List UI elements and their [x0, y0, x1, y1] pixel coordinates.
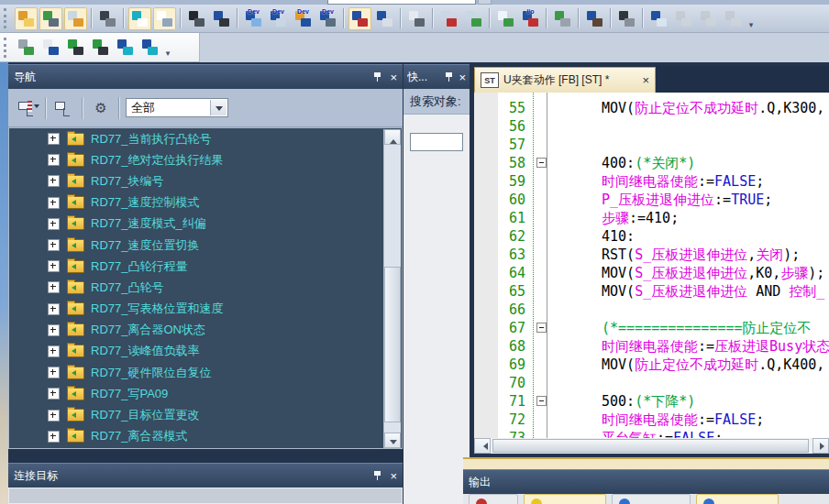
code-line[interactable]: 61步骤:=410; — [474, 209, 829, 227]
ladder-display-icon[interactable] — [128, 7, 151, 30]
code-line[interactable]: 57 — [474, 136, 829, 154]
pin-icon[interactable] — [444, 71, 454, 82]
watch-register-icon[interactable] — [373, 7, 396, 30]
tree-item[interactable]: RD77_绝对定位执行结果 — [9, 149, 402, 170]
code-line[interactable]: 64MOV(S_压板进退伸进位,K0,步骤); — [474, 264, 829, 282]
write-to-plc-icon[interactable] — [39, 7, 62, 30]
toolbar-grip[interactable] — [4, 8, 11, 28]
code-line[interactable]: 68时间继电器使能:=压板进退Busy状态 — [474, 337, 829, 356]
code-line[interactable]: 55MOV(防止定位不成功延时.Q,K300, — [474, 99, 829, 117]
expand-icon[interactable] — [48, 260, 60, 272]
scroll-down-button[interactable] — [384, 433, 401, 448]
device-batch-icon[interactable]: Dev — [316, 7, 339, 30]
code-line[interactable]: 62410: — [474, 227, 829, 246]
scroll-up-button[interactable] — [384, 129, 401, 145]
label-edit-icon[interactable] — [494, 7, 517, 30]
code-line[interactable]: 71500:(*下降*) — [474, 392, 829, 411]
fold-collapse-icon[interactable] — [536, 158, 547, 168]
fold-collapse-icon[interactable] — [536, 323, 547, 333]
find-in-window-icon[interactable] — [210, 7, 233, 30]
code-line[interactable]: 65MOV(S_压板进退伸进位 AND 控制_ — [474, 282, 829, 301]
expand-icon[interactable] — [48, 218, 60, 230]
io-assignment-icon[interactable]: I/o — [519, 7, 542, 30]
close-icon[interactable]: × — [390, 71, 397, 83]
expand-icon[interactable] — [48, 281, 60, 293]
tree-item[interactable]: RD77_离合器模式 — [9, 426, 402, 447]
device-tool-icon[interactable] — [615, 7, 638, 30]
output-filter-messages-button[interactable] — [612, 494, 691, 504]
code-line[interactable]: 67(*===============防止定位不 — [474, 319, 829, 337]
dropdown-arrow-button[interactable] — [210, 100, 227, 115]
code-line[interactable]: 56 — [474, 117, 829, 136]
zoom-window-icon[interactable] — [647, 7, 670, 30]
project-tree-icon[interactable] — [15, 7, 38, 30]
tree-scrollbar[interactable] — [383, 129, 401, 448]
find-previous-icon[interactable] — [64, 36, 87, 59]
code-line[interactable]: 59时间继电器使能:=FALSE; — [474, 172, 829, 191]
code-editor[interactable]: 55MOV(防止定位不成功延时.Q,K300,565758400:(*关闭*)5… — [474, 93, 829, 438]
code-line[interactable]: 60P_压板进退伸进位:=TRUE; — [474, 191, 829, 209]
pin-icon[interactable] — [372, 470, 382, 481]
expand-icon[interactable] — [48, 431, 60, 443]
expand-icon[interactable] — [48, 239, 60, 251]
tree-item[interactable]: RD77_写PA09 — [9, 383, 402, 404]
module-diagnostics-icon[interactable] — [551, 7, 574, 30]
outline-view-icon[interactable] — [405, 7, 428, 30]
tab-u-jacket-action[interactable]: ST U夹套动作 [FB] [ST] * × — [474, 67, 656, 93]
tree-item[interactable]: RD77_速度控制模式 — [9, 192, 402, 214]
horizontal-scrollbar[interactable] — [474, 438, 829, 454]
close-icon[interactable]: × — [390, 470, 397, 482]
tree-item[interactable]: RD77_速度模式_纠偏 — [9, 214, 402, 235]
scrollbar-thumb[interactable] — [492, 439, 809, 453]
expand-icon[interactable] — [48, 324, 60, 336]
watch-start-icon[interactable] — [348, 7, 371, 30]
expand-icon[interactable] — [48, 133, 60, 145]
search-input[interactable] — [410, 133, 463, 151]
output-filter-errors-button[interactable] — [469, 494, 518, 504]
tree-item[interactable]: RD77_凸轮行程量 — [9, 256, 402, 277]
tree-item[interactable]: RD77_离合器ON状态 — [9, 320, 402, 341]
expand-icon[interactable] — [48, 175, 60, 187]
find-next-icon[interactable] — [89, 36, 112, 59]
tree-item[interactable]: RD77_当前执行凸轮号 — [9, 128, 402, 149]
collapse-tree-button[interactable] — [52, 97, 76, 119]
undo-icon[interactable] — [15, 36, 38, 59]
parameter-verify-icon[interactable] — [462, 7, 485, 30]
tree-item[interactable]: RD77_硬件限位自复位 — [9, 362, 402, 383]
toolbar-grip[interactable] — [4, 38, 11, 58]
scroll-right-button[interactable] — [812, 438, 829, 454]
code-line[interactable]: 66 — [474, 301, 829, 319]
code-line[interactable]: 73平台气缸:=FALSE; — [474, 429, 829, 438]
output-filter-info-button[interactable] — [696, 494, 779, 504]
scrollbar-thumb[interactable] — [384, 267, 401, 422]
expand-icon[interactable] — [48, 367, 60, 378]
code-line[interactable]: 63RST(S_压板进退伸进位,关闭); — [474, 246, 829, 264]
output-filter-warnings-button[interactable] — [524, 494, 606, 504]
device-replace-icon[interactable]: Dev — [292, 7, 315, 30]
expand-icon[interactable] — [48, 303, 60, 315]
tree-item[interactable]: RD77_写表格位置和速度 — [9, 299, 402, 320]
code-line[interactable]: 70 — [474, 374, 829, 392]
code-line[interactable]: 69MOV(防止定位不成功延时.Q,K400, — [474, 356, 829, 374]
settings-button[interactable]: ⚙ — [89, 97, 113, 119]
memory-card-icon[interactable] — [583, 7, 606, 30]
comment-jump-icon[interactable] — [138, 36, 161, 59]
close-icon[interactable]: × — [459, 71, 466, 83]
tab-close-icon[interactable]: × — [642, 73, 649, 87]
program-check-icon[interactable] — [64, 7, 87, 30]
tree-item[interactable]: RD77_速度位置切换 — [9, 235, 402, 256]
expand-tree-button[interactable] — [16, 97, 39, 119]
list-disabled-icon[interactable] — [722, 7, 745, 30]
tree-item[interactable]: RD77_凸轮号 — [9, 277, 402, 298]
expand-icon[interactable] — [48, 345, 60, 357]
expand-icon[interactable] — [48, 388, 60, 400]
fold-collapse-icon[interactable] — [536, 396, 547, 406]
module-configuration-icon[interactable] — [96, 7, 119, 30]
find-icon[interactable] — [185, 7, 208, 30]
device-find-icon[interactable]: Dev — [242, 7, 265, 30]
expand-icon[interactable] — [48, 410, 60, 422]
dock-window-icon[interactable] — [672, 7, 695, 30]
build-document-icon[interactable] — [39, 36, 62, 59]
code-line[interactable]: 72时间继电器使能:=FALSE; — [474, 411, 829, 429]
expand-icon[interactable] — [48, 154, 60, 166]
